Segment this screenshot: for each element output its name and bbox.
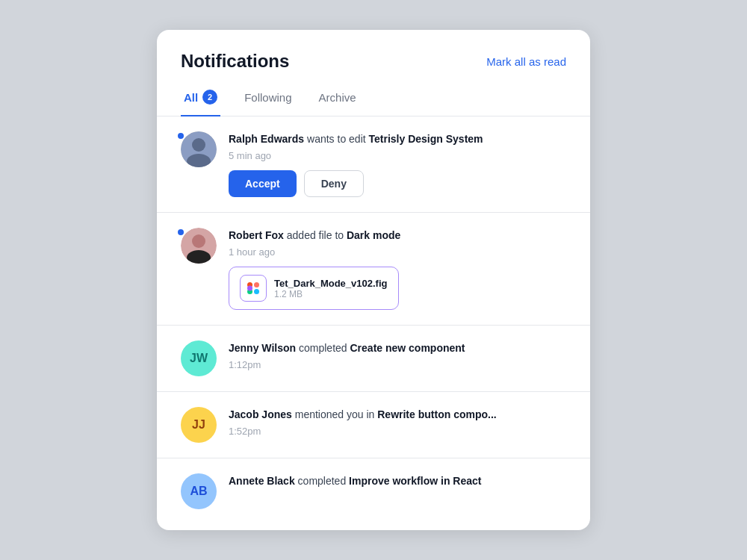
svg-point-1 (192, 138, 205, 152)
panel-header: Notifications Mark all as read (157, 30, 590, 72)
avatar: JJ (181, 407, 217, 443)
notification-text: Annete Black completed Improve workflow … (229, 473, 566, 489)
notification-time: 5 min ago (229, 150, 566, 161)
notification-user: Jacob Jones (229, 408, 292, 420)
notification-content: Annete Black completed Improve workflow … (229, 473, 566, 492)
tab-all-label: All (184, 91, 198, 104)
file-name: Tet_Dark_Mode_v102.fig (274, 278, 388, 289)
notification-item: JJ Jacob Jones mentioned you in Rewrite … (157, 392, 590, 458)
tab-all-badge: 2 (202, 90, 217, 105)
notification-action: wants to edit (307, 133, 369, 145)
notification-action: added file to (287, 229, 347, 241)
notification-item: AB Annete Black completed Improve workfl… (157, 458, 590, 530)
tab-following-label: Following (244, 91, 291, 104)
figma-file-icon (240, 275, 267, 302)
tabs-bar: All 2 Following Archive (157, 72, 590, 116)
notification-target: Create new component (350, 342, 465, 354)
notification-item: Ralph Edwards wants to edit Tetrisly Des… (157, 116, 590, 213)
svg-point-4 (192, 234, 205, 248)
notification-text: Robert Fox added file to Dark mode (229, 228, 566, 243)
notification-item: JW Jenny Wilson completed Create new com… (157, 326, 590, 392)
svg-point-9 (254, 289, 259, 294)
notification-user: Robert Fox (229, 229, 284, 241)
notification-target: Tetrisly Design System (369, 133, 483, 145)
avatar (181, 228, 217, 264)
panel-title: Notifications (181, 51, 289, 72)
notification-action: completed (298, 475, 349, 487)
notification-text: Ralph Edwards wants to edit Tetrisly Des… (229, 131, 566, 147)
notification-text: Jacob Jones mentioned you in Rewrite but… (229, 407, 566, 423)
notification-user: Annete Black (229, 475, 295, 487)
notification-action: mentioned you in (295, 408, 378, 420)
unread-indicator (176, 228, 185, 237)
notification-user: Ralph Edwards (229, 133, 304, 145)
svg-rect-7 (254, 282, 259, 287)
mark-all-read-button[interactable]: Mark all as read (486, 55, 566, 68)
notification-list: Ralph Edwards wants to edit Tetrisly Des… (157, 116, 590, 530)
notification-content: Robert Fox added file to Dark mode 1 hou… (229, 228, 566, 310)
notification-content: Jacob Jones mentioned you in Rewrite but… (229, 407, 566, 437)
avatar-wrap: JJ (181, 407, 217, 443)
avatar: JW (181, 340, 217, 376)
accept-button[interactable]: Accept (229, 170, 297, 197)
notification-action: completed (299, 342, 350, 354)
notification-time: 1:12pm (229, 359, 566, 370)
svg-rect-10 (247, 286, 252, 291)
file-attachment[interactable]: Tet_Dark_Mode_v102.fig 1.2 MB (229, 267, 399, 310)
notification-target: Dark mode (347, 229, 400, 241)
file-size: 1.2 MB (274, 289, 388, 299)
notification-time: 1 hour ago (229, 246, 566, 258)
tab-following[interactable]: Following (241, 85, 294, 116)
avatar-wrap (181, 131, 217, 167)
notification-text: Jenny Wilson completed Create new compon… (229, 340, 566, 356)
avatar (181, 131, 217, 167)
notification-user: Jenny Wilson (229, 342, 296, 354)
file-info: Tet_Dark_Mode_v102.fig 1.2 MB (274, 278, 388, 299)
avatar-wrap (181, 228, 217, 264)
notification-target: Rewrite button compo... (377, 408, 496, 420)
notification-item: Robert Fox added file to Dark mode 1 hou… (157, 213, 590, 326)
notification-target: Improve workflow in React (349, 475, 481, 487)
unread-indicator (176, 131, 185, 140)
avatar-wrap: JW (181, 340, 217, 376)
notification-content: Ralph Edwards wants to edit Tetrisly Des… (229, 131, 566, 197)
tab-archive[interactable]: Archive (316, 85, 359, 116)
avatar: AB (181, 473, 217, 509)
notification-time: 1:52pm (229, 426, 566, 437)
tab-archive-label: Archive (319, 91, 356, 104)
tab-all[interactable]: All 2 (181, 84, 220, 116)
notification-content: Jenny Wilson completed Create new compon… (229, 340, 566, 370)
deny-button[interactable]: Deny (304, 170, 364, 197)
notification-panel: Notifications Mark all as read All 2 Fol… (157, 30, 590, 530)
avatar-wrap: AB (181, 473, 217, 509)
action-buttons: Accept Deny (229, 170, 566, 197)
